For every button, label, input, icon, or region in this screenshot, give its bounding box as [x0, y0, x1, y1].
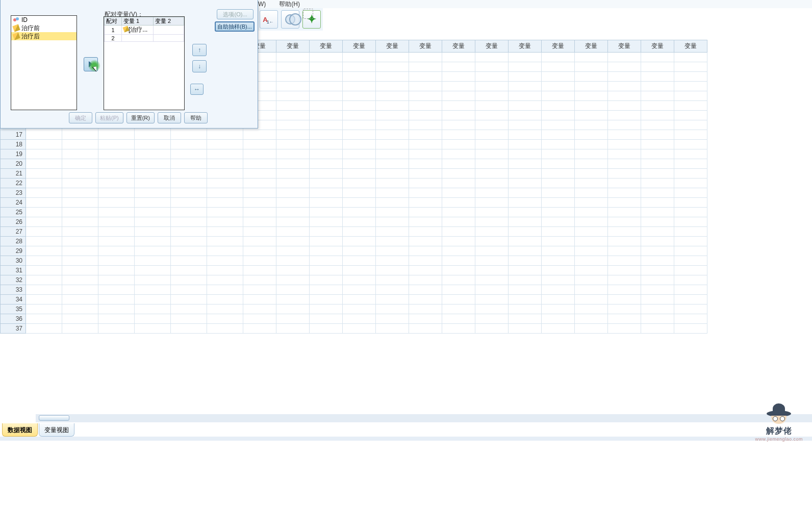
- cell[interactable]: [475, 227, 509, 237]
- cell[interactable]: [135, 237, 171, 246]
- cell[interactable]: [509, 227, 542, 237]
- cell[interactable]: [575, 295, 608, 304]
- cell[interactable]: [674, 275, 707, 285]
- cell[interactable]: [310, 111, 343, 120]
- row-header[interactable]: 23: [1, 188, 26, 198]
- cell[interactable]: [542, 198, 575, 208]
- cell[interactable]: [343, 111, 376, 120]
- cell[interactable]: [575, 275, 608, 285]
- cell[interactable]: [135, 266, 171, 275]
- cell[interactable]: [442, 140, 475, 149]
- cell[interactable]: [310, 304, 343, 314]
- cell[interactable]: [575, 120, 608, 130]
- cell[interactable]: [409, 324, 442, 334]
- cell[interactable]: [135, 275, 171, 285]
- cell[interactable]: [608, 101, 641, 111]
- column-header[interactable]: 变量: [608, 40, 641, 53]
- list-item[interactable]: ID: [11, 16, 77, 24]
- cell[interactable]: [442, 198, 475, 208]
- cell[interactable]: [475, 295, 509, 304]
- column-header[interactable]: 变量: [542, 40, 575, 53]
- cell[interactable]: [608, 256, 641, 266]
- cell[interactable]: [674, 314, 707, 324]
- cell[interactable]: [509, 111, 542, 120]
- cell[interactable]: [575, 101, 608, 111]
- cell[interactable]: [608, 72, 641, 82]
- cell[interactable]: [276, 140, 310, 149]
- cell[interactable]: [135, 227, 171, 237]
- cell[interactable]: [276, 179, 310, 188]
- cell[interactable]: [409, 266, 442, 275]
- cell[interactable]: [442, 285, 475, 295]
- cell[interactable]: [608, 91, 641, 101]
- cell[interactable]: [542, 82, 575, 91]
- cell[interactable]: [509, 179, 542, 188]
- cell[interactable]: [442, 256, 475, 266]
- cell[interactable]: [674, 198, 707, 208]
- row-header[interactable]: 20: [1, 159, 26, 169]
- cell[interactable]: [575, 169, 608, 179]
- cell[interactable]: [207, 130, 243, 140]
- cell[interactable]: [26, 256, 62, 266]
- cell[interactable]: [409, 72, 442, 82]
- cell[interactable]: [343, 149, 376, 159]
- cell[interactable]: [171, 314, 207, 324]
- cell[interactable]: [135, 304, 171, 314]
- cell[interactable]: [674, 256, 707, 266]
- cell[interactable]: [475, 120, 509, 130]
- row-header[interactable]: 32: [1, 275, 26, 285]
- cell[interactable]: [442, 62, 475, 72]
- cell[interactable]: [243, 295, 276, 304]
- cell[interactable]: [542, 72, 575, 82]
- column-header[interactable]: 变量: [343, 40, 376, 53]
- cell[interactable]: [171, 256, 207, 266]
- cell[interactable]: [542, 53, 575, 62]
- cell[interactable]: [608, 295, 641, 304]
- cell[interactable]: [409, 275, 442, 285]
- cell[interactable]: [475, 314, 509, 324]
- ok-button[interactable]: 确定: [69, 112, 92, 123]
- cell[interactable]: [243, 304, 276, 314]
- row-header[interactable]: 22: [1, 179, 26, 188]
- table-row[interactable]: 22: [1, 179, 707, 188]
- cell[interactable]: [641, 159, 674, 169]
- cell[interactable]: [475, 169, 509, 179]
- cell[interactable]: [207, 149, 243, 159]
- cell[interactable]: [409, 169, 442, 179]
- cell[interactable]: [276, 246, 310, 256]
- cell[interactable]: [276, 72, 310, 82]
- cell[interactable]: [674, 285, 707, 295]
- cell[interactable]: [207, 275, 243, 285]
- cell[interactable]: [542, 295, 575, 304]
- cell[interactable]: [442, 266, 475, 275]
- cell[interactable]: [207, 208, 243, 217]
- cell[interactable]: [575, 188, 608, 198]
- cell[interactable]: [62, 237, 98, 246]
- cell[interactable]: [376, 285, 409, 295]
- cell[interactable]: [207, 266, 243, 275]
- column-header[interactable]: 变量: [575, 40, 608, 53]
- cell[interactable]: [310, 140, 343, 149]
- cell[interactable]: [409, 227, 442, 237]
- cell[interactable]: [26, 179, 62, 188]
- cell[interactable]: [608, 120, 641, 130]
- cell[interactable]: [641, 314, 674, 324]
- cell[interactable]: [98, 275, 135, 285]
- cell[interactable]: [276, 101, 310, 111]
- cell[interactable]: [641, 295, 674, 304]
- cell[interactable]: [310, 266, 343, 275]
- cell[interactable]: [376, 169, 409, 179]
- cell[interactable]: [409, 53, 442, 62]
- cell[interactable]: [343, 72, 376, 82]
- cell[interactable]: [171, 159, 207, 169]
- column-header[interactable]: 变量: [310, 40, 343, 53]
- cell[interactable]: [243, 285, 276, 295]
- table-row[interactable]: 25: [1, 208, 707, 217]
- column-header[interactable]: 变量: [509, 40, 542, 53]
- row-header[interactable]: 17: [1, 130, 26, 140]
- cell[interactable]: [442, 275, 475, 285]
- cell[interactable]: [575, 285, 608, 295]
- cell[interactable]: [575, 266, 608, 275]
- cell[interactable]: [310, 237, 343, 246]
- cell[interactable]: [62, 324, 98, 334]
